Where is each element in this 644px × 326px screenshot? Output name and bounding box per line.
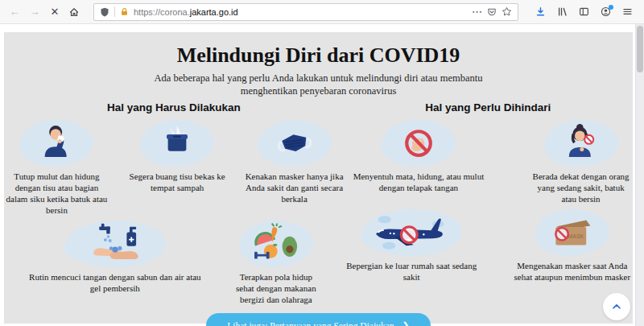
item-caption: Berada dekat dengan orang yang sedang sa… (529, 171, 633, 204)
home-icon[interactable] (68, 6, 80, 18)
hand-washing-icon (64, 221, 166, 267)
list-item: Rutin mencuci tangan dengan sabun dan ai… (27, 221, 204, 294)
row: Menyentuh mata, hidung, atau mulut denga… (344, 120, 633, 204)
url-domain: jakarta.go.id (190, 7, 238, 17)
forward-icon[interactable]: → (28, 6, 41, 17)
toolbar-right-icons (535, 6, 636, 17)
pocket-icon[interactable] (487, 7, 497, 17)
column-header: Hal yang Perlu Dihindari (344, 101, 633, 113)
mask-box-label: MASK (568, 233, 584, 239)
chevron-right-icon: ❯ (402, 320, 410, 326)
item-caption: Rutin mencuci tangan dengan sabun dan ai… (27, 271, 204, 294)
chevron-up-icon (611, 301, 622, 312)
insecure-lock-icon[interactable] (120, 7, 129, 16)
item-caption: Terapkan pola hidup sehat dengan makanan… (231, 271, 321, 305)
item-caption: Kenakan masker hanya jika Anda sakit dan… (245, 171, 343, 204)
list-item: Bepergian ke luar rumah saat sedang saki… (344, 209, 480, 283)
item-caption: Segera buang tisu bekas ke tempat sampah (129, 171, 226, 193)
list-item: Berada dekat dengan orang yang sedang sa… (529, 120, 633, 204)
list-item: Tutup mulut dan hidung dengan tisu atau … (4, 120, 109, 216)
item-caption: Menyentuh mata, hidung, atau mulut denga… (344, 171, 493, 193)
page-subtitle: Ada beberapa hal yang perlu Anda lakukan… (130, 72, 508, 98)
sidebar-toggle-icon[interactable] (579, 6, 589, 17)
list-item: MASK Mengenakan masker saat Anda sehat a… (512, 209, 633, 283)
bookmark-star-icon[interactable] (502, 6, 512, 17)
row: Bepergian ke luar rumah saat sedang saki… (344, 209, 633, 283)
scroll-to-top-button[interactable] (603, 293, 630, 320)
item-caption: Tutup mulut dan hidung dengan tisu atau … (4, 171, 109, 216)
list-item: Segera buang tisu bekas ke tempat sampah (129, 120, 226, 193)
faq-button[interactable]: Lihat juga: Pertanyaan yang Sering Diaju… (206, 313, 430, 326)
menu-hamburger-icon[interactable] (622, 6, 633, 17)
mask-hoarding-icon: MASK (535, 209, 609, 256)
row: Tutup mulut dan hidung dengan tisu atau … (4, 120, 344, 216)
library-icon[interactable] (557, 6, 568, 17)
no-touching-face-icon (382, 120, 456, 167)
account-notification-dot (609, 5, 613, 10)
column-header: Hal yang Harus Dilakukan (4, 101, 344, 113)
row: Rutin mencuci tangan dengan sabun dan ai… (4, 221, 344, 305)
page-content: Melindungi Diri dari COVID19 Ada beberap… (0, 24, 644, 326)
list-item: Terapkan pola hidup sehat dengan makanan… (231, 221, 321, 305)
column-harus-dilakukan: Hal yang Harus Dilakukan (4, 101, 344, 306)
browser-toolbar: ← → ✕ https://corona.jakarta.go.id ⋯ (0, 0, 644, 24)
account-icon[interactable] (601, 6, 611, 17)
tissue-box-icon (140, 120, 214, 167)
faq-button-label: Lihat juga: Pertanyaan yang Sering Diaju… (227, 321, 394, 326)
sick-person-icon (544, 120, 618, 167)
page-actions-icon[interactable]: ⋯ (472, 6, 482, 17)
healthy-food-icon (239, 221, 313, 267)
columns: Hal yang Harus Dilakukan (4, 101, 633, 306)
face-mask-icon (258, 120, 332, 167)
back-icon[interactable]: ← (8, 6, 21, 17)
column-perlu-dihindari: Hal yang Perlu Dihindari (344, 101, 633, 306)
item-caption: Mengenakan masker saat Anda sehat ataupu… (512, 260, 633, 283)
no-travel-icon (361, 209, 462, 256)
stop-icon[interactable]: ✕ (48, 6, 61, 17)
list-item: Kenakan masker hanya jika Anda sakit dan… (245, 120, 343, 204)
page-title: Melindungi Diri dari COVID19 (4, 43, 633, 68)
download-icon[interactable] (535, 6, 546, 17)
covid-prevention-section: Melindungi Diri dari COVID19 Ada beberap… (4, 32, 633, 324)
item-caption: Bepergian ke luar rumah saat sedang saki… (344, 260, 480, 283)
page-scrollbar[interactable] (635, 24, 644, 326)
url-divider (114, 6, 115, 17)
url-bar[interactable]: https://corona.jakarta.go.id ⋯ (93, 3, 518, 21)
scrollbar-thumb[interactable] (637, 26, 643, 72)
person-coughing-icon (19, 120, 93, 167)
url-prefix: https://corona. (134, 7, 190, 17)
faq-row: Lihat juga: Pertanyaan yang Sering Diaju… (4, 313, 633, 326)
url-text: https://corona.jakarta.go.id (134, 7, 238, 17)
tracking-shield-icon[interactable] (100, 7, 109, 17)
list-item: Menyentuh mata, hidung, atau mulut denga… (344, 120, 493, 193)
